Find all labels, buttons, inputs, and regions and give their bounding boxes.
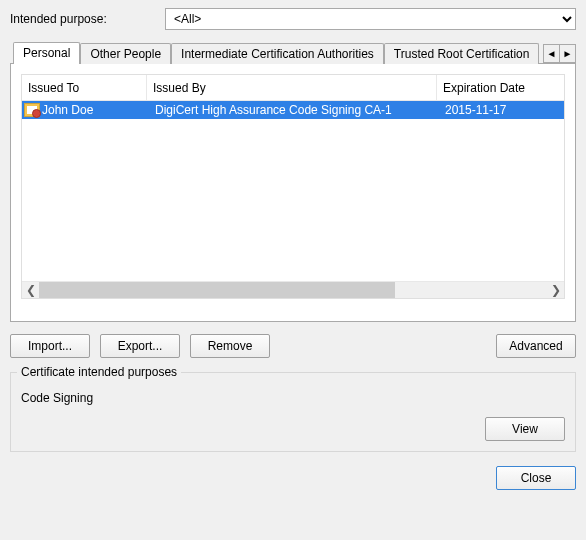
tab-trusted-root[interactable]: Trusted Root Certification [384, 43, 540, 64]
tab-other-people[interactable]: Other People [80, 43, 171, 64]
tab-label: Trusted Root Certification [394, 47, 530, 61]
tab-intermediate-ca[interactable]: Intermediate Certification Authorities [171, 43, 384, 64]
horizontal-scrollbar[interactable]: ❮ ❯ [22, 281, 564, 298]
tab-label: Personal [23, 46, 70, 60]
chevron-right-icon: ► [563, 49, 573, 59]
list-body[interactable]: John Doe DigiCert High Assurance Code Si… [22, 101, 564, 281]
certificate-icon [24, 103, 40, 117]
close-button[interactable]: Close [496, 466, 576, 490]
tab-panel: Issued To Issued By Expiration Date John… [10, 64, 576, 322]
cell-expiration: 2015-11-17 [439, 103, 564, 117]
tab-strip: Personal Other People Intermediate Certi… [10, 40, 576, 64]
intended-purposes-group: Certificate intended purposes Code Signi… [10, 372, 576, 452]
group-title: Certificate intended purposes [17, 365, 181, 379]
intended-purposes-value: Code Signing [21, 391, 565, 405]
export-button[interactable]: Export... [100, 334, 180, 358]
scroll-thumb[interactable] [39, 282, 395, 298]
chevron-left-icon: ◄ [547, 49, 557, 59]
tab-personal[interactable]: Personal [13, 42, 80, 64]
list-header: Issued To Issued By Expiration Date [22, 75, 564, 101]
cell-issued-to: John Doe [42, 103, 149, 117]
column-header-issued-to[interactable]: Issued To [22, 75, 147, 100]
column-header-expiration[interactable]: Expiration Date [437, 75, 564, 100]
table-row[interactable]: John Doe DigiCert High Assurance Code Si… [22, 101, 564, 119]
tab-scroll-right-button[interactable]: ► [559, 44, 576, 63]
remove-button[interactable]: Remove [190, 334, 270, 358]
intended-purpose-label: Intended purpose: [10, 12, 165, 26]
view-button[interactable]: View [485, 417, 565, 441]
scroll-left-button[interactable]: ❮ [22, 282, 39, 299]
chevron-right-icon: ❯ [551, 283, 561, 297]
tab-scroll-left-button[interactable]: ◄ [543, 44, 560, 63]
cell-issued-by: DigiCert High Assurance Code Signing CA-… [149, 103, 439, 117]
tab-label: Intermediate Certification Authorities [181, 47, 374, 61]
certificate-list: Issued To Issued By Expiration Date John… [21, 74, 565, 299]
scroll-track[interactable] [39, 282, 547, 298]
chevron-left-icon: ❮ [26, 283, 36, 297]
column-header-issued-by[interactable]: Issued By [147, 75, 437, 100]
tab-label: Other People [90, 47, 161, 61]
scroll-right-button[interactable]: ❯ [547, 282, 564, 299]
advanced-button[interactable]: Advanced [496, 334, 576, 358]
import-button[interactable]: Import... [10, 334, 90, 358]
intended-purpose-select[interactable]: <All> [165, 8, 576, 30]
